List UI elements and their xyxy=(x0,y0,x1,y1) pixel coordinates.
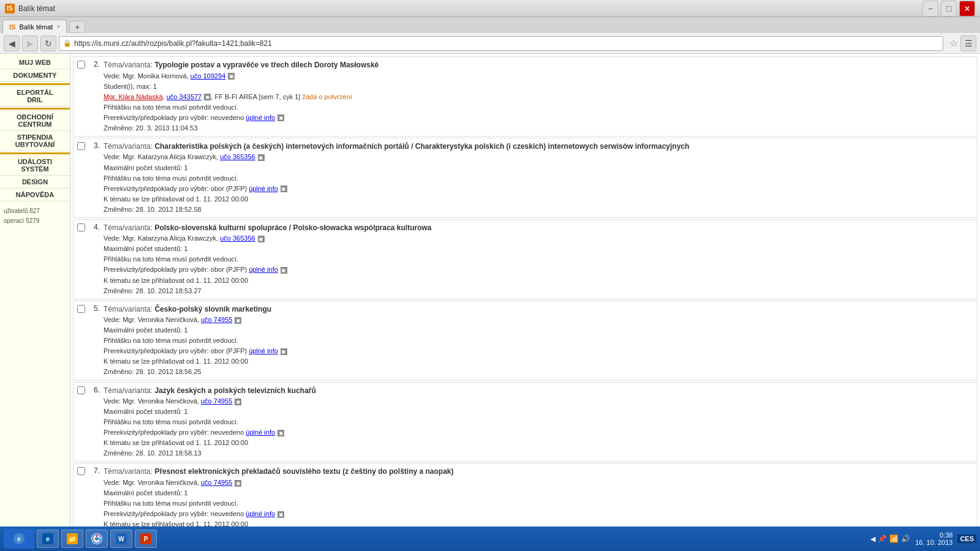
sidebar-item-udalosti[interactable]: UDÁLOSTISYSTÉM xyxy=(0,156,70,176)
sidebar-item-mujweb[interactable]: MUJ WEB xyxy=(0,56,70,69)
stats-ops: operací 5279 xyxy=(4,216,66,226)
close-button[interactable]: × xyxy=(959,1,975,17)
forward-button[interactable]: ▶ xyxy=(22,36,38,51)
sidebar: MUJ WEB DOKUMENTY ELPORTÁLDRIL OBCHODNÍC… xyxy=(0,54,70,527)
taskbar-app-ie[interactable]: e xyxy=(37,530,59,548)
topic-ktematu-6: K tématu se lze přihlašovat od 1. 11. 20… xyxy=(104,438,973,448)
uplne-link-5[interactable]: úplné info xyxy=(249,347,278,354)
topic-max-6: Maximální počet studentů: 1 xyxy=(104,407,973,417)
topic-vede-5: Vede: Mgr. Veronika Neničková, učo 74955… xyxy=(104,315,973,325)
date-display: 16. 10. 2013 xyxy=(915,539,952,546)
topic-prihlasku-5: Přihlášku na toto téma musí potvrdit ved… xyxy=(104,335,973,346)
topic-checkbox-2[interactable] xyxy=(77,61,85,69)
topic-checkbox-3[interactable] xyxy=(77,142,85,150)
topic-number-4: 4. xyxy=(89,222,100,231)
tab-bar: IS Balík témat × + xyxy=(0,17,980,33)
sidebar-item-stipendia[interactable]: STIPENDIAUBYTOVÁNÍ xyxy=(0,131,70,151)
info-icon-3: ▣ xyxy=(258,154,265,161)
sidebar-item-napoveda[interactable]: NÁPOVĚDA xyxy=(0,189,70,201)
topic-vede-4: Vede: Mgr. Katarzyna Alicja Krawczyk, uč… xyxy=(104,233,973,244)
taskbar-app-chrome[interactable] xyxy=(86,530,108,548)
bookmark-icon[interactable]: ☆ xyxy=(949,37,958,49)
vede-link-2[interactable]: učo 109294 xyxy=(190,72,226,80)
topic-title-5: Téma/varianta: Česko-polský slovník mark… xyxy=(104,304,973,315)
browser-tab[interactable]: IS Balík témat × xyxy=(2,20,67,33)
taskbar-app-explorer[interactable]: 📁 xyxy=(61,530,83,548)
topic-ktematu-3: K tématu se lze přihlašovat od 1. 11. 20… xyxy=(104,194,973,204)
uplne-icon-6: ▣ xyxy=(277,430,284,437)
topic-prihlasku-6: Přihlášku na toto téma musí potvrdit ved… xyxy=(104,417,973,427)
word-icon: W xyxy=(116,533,127,544)
menu-button[interactable]: ☰ xyxy=(960,36,976,51)
explorer-icon: 📁 xyxy=(67,533,78,544)
chrome-icon xyxy=(91,533,102,544)
sidebar-divider-1 xyxy=(0,83,70,85)
minimize-button[interactable]: − xyxy=(922,1,938,17)
sidebar-item-dokumenty[interactable]: DOKUMENTY xyxy=(0,69,70,82)
topic-number-6: 6. xyxy=(89,385,100,394)
ssl-lock-icon: 🔒 xyxy=(63,39,72,47)
topic-prihlasku-4: Přihlášku na toto téma musí potvrdit ved… xyxy=(104,254,973,264)
topic-number-3: 3. xyxy=(89,141,100,150)
tab-close-icon[interactable]: × xyxy=(56,23,60,30)
topic-title-2: Téma/varianta: Typologie postav a vyprav… xyxy=(104,59,973,71)
uplne-icon-7: ▣ xyxy=(277,511,284,518)
info-icon-7: ▣ xyxy=(235,480,241,487)
topic-prihlasku-2: Přihlášku na toto téma musí potvrdit ved… xyxy=(104,102,973,113)
table-row: 2. Téma/varianta: Typologie postav a vyp… xyxy=(73,56,978,137)
maximize-button[interactable]: □ xyxy=(941,1,957,17)
sidebar-item-obchodni[interactable]: OBCHODNÍCENTRUM xyxy=(0,111,70,131)
topic-number-2: 2. xyxy=(89,59,100,69)
new-tab-button[interactable]: + xyxy=(69,21,85,33)
topic-prerekvizity-6: Prerekvizity/předpoklady pro výběr: neuv… xyxy=(104,427,973,438)
refresh-button[interactable]: ↻ xyxy=(40,36,56,51)
topic-vede-2: Vede: Mgr. Monika Hornová, učo 109294 ▣ xyxy=(104,71,973,81)
address-bar[interactable]: 🔒 https://is.muni.cz/auth/rozpis/balik.p… xyxy=(59,36,943,51)
student-uco-2[interactable]: učo 343577 xyxy=(167,93,202,100)
uplne-link-7[interactable]: úplné info xyxy=(246,510,275,517)
info-icon-5: ▣ xyxy=(235,317,241,324)
main-content: 2. Téma/varianta: Typologie postav a vyp… xyxy=(70,54,980,527)
taskbar-app-ppt[interactable]: P xyxy=(135,530,157,548)
info-icon-4: ▣ xyxy=(258,236,265,242)
topic-body-3: Téma/varianta: Charakteristika polských … xyxy=(104,141,973,215)
uplne-icon-4: ▣ xyxy=(281,267,287,274)
uplne-link-2[interactable]: úplné info xyxy=(246,114,275,121)
tray-icons: ◀ 📌 📶 🔊 xyxy=(870,534,910,543)
table-row: 4. Téma/varianta: Polsko-slovenská kultu… xyxy=(73,219,978,299)
topic-title-6: Téma/varianta: Jazyk českých a polských … xyxy=(104,385,973,397)
window-favicon: IS xyxy=(5,4,15,13)
topic-checkbox-5[interactable] xyxy=(77,305,85,313)
volume-icon: 🔊 xyxy=(901,534,910,543)
vede-link-5[interactable]: učo 74955 xyxy=(201,316,232,323)
student-link-2[interactable]: Mgr. Klára Nádaská xyxy=(104,93,163,100)
topic-vede-7: Vede: Mgr. Veronika Neničková, učo 74955… xyxy=(104,478,973,488)
vede-link-6[interactable]: učo 74955 xyxy=(201,397,232,405)
stats-users: uživatelů 827 xyxy=(4,206,66,216)
topic-prerekvizity-2: Prerekvizity/předpoklady pro výběr: neuv… xyxy=(104,113,973,123)
back-button[interactable]: ◀ xyxy=(4,36,20,51)
topic-ktematu-4: K tématu se lze přihlašovat od 1. 11. 20… xyxy=(104,276,973,286)
topic-checkbox-6[interactable] xyxy=(77,386,85,394)
ces-badge: CES xyxy=(957,534,976,543)
topic-title-3: Téma/varianta: Charakteristika polských … xyxy=(104,141,973,152)
vede-link-3[interactable]: učo 365356 xyxy=(220,153,255,160)
taskbar-app-word[interactable]: W xyxy=(110,530,132,548)
uplne-link-6[interactable]: úplné info xyxy=(246,429,275,436)
pin-icon: 📌 xyxy=(878,534,887,543)
vede-link-4[interactable]: učo 365356 xyxy=(220,234,255,242)
uplne-link-3[interactable]: úplné info xyxy=(249,185,278,192)
time-display: 0:38 xyxy=(915,531,952,539)
sidebar-item-design[interactable]: DESIGN xyxy=(0,176,70,189)
topic-checkbox-7[interactable] xyxy=(77,467,85,475)
svg-point-3 xyxy=(95,537,99,541)
sidebar-item-elportal[interactable]: ELPORTÁLDRIL xyxy=(0,86,70,107)
topic-title-7: Téma/varianta: Přesnost elektronických p… xyxy=(104,466,973,478)
topic-number-5: 5. xyxy=(89,304,100,313)
start-button[interactable]: e xyxy=(4,529,34,549)
svg-line-6 xyxy=(93,538,96,541)
topic-checkbox-4[interactable] xyxy=(77,223,85,231)
vede-link-7[interactable]: učo 74955 xyxy=(201,479,232,486)
uplne-link-4[interactable]: úplné info xyxy=(249,266,278,273)
topic-student-line-2: Student(i), max: 1 xyxy=(104,81,973,92)
